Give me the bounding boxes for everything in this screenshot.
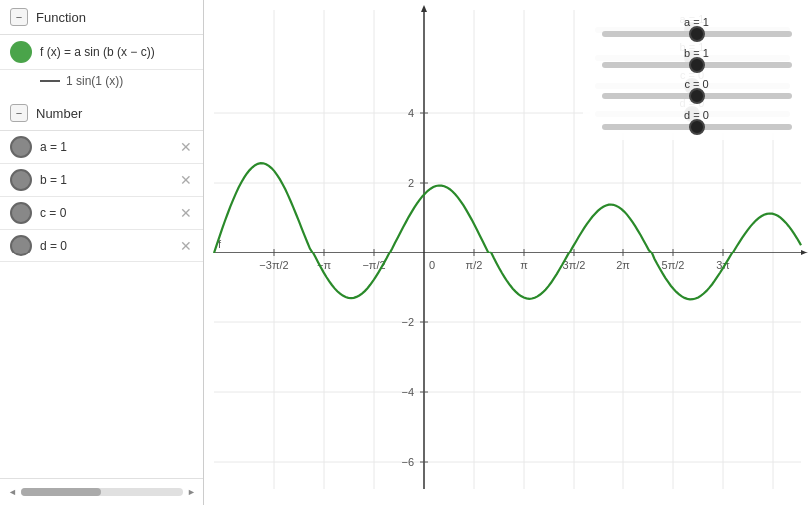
slider-d-container: d = 0 [602,109,792,130]
slider-c-thumb[interactable] [689,88,705,104]
function-collapse-btn[interactable]: − [10,8,28,26]
number-collapse-btn[interactable]: − [10,104,28,122]
number-dot-b[interactable] [10,169,32,191]
function-section-header: − Function [0,0,203,35]
line-indicator [40,80,60,82]
xlabel-0: 0 [429,259,435,271]
scroll-thumb[interactable] [21,488,101,496]
slider-b-track[interactable] [602,62,792,68]
number-label-b: b = 1 [40,173,178,187]
close-c[interactable]: ✕ [178,205,194,221]
scroll-track[interactable] [21,488,183,496]
xlabel-pi2: π/2 [466,259,483,271]
xlabel-neg3pi2: −3π/2 [259,259,288,271]
slider-c-track[interactable] [602,93,792,99]
xlabel-2pi: 2π [616,259,630,271]
ylabel-neg6: −6 [401,456,414,468]
number-item-c: c = 0 ✕ [0,197,203,230]
slider-c-container: c = 0 [602,78,792,99]
scroll-left-arrow[interactable]: ◄ [8,487,17,497]
sidebar: − Function f (x) = a sin (b (x − c)) 1 s… [0,0,204,505]
function-item: f (x) = a sin (b (x − c)) [0,35,203,70]
slider-a-container: a = 1 [602,16,792,37]
function-color-dot[interactable] [10,41,32,63]
number-item-b: b = 1 ✕ [0,164,203,197]
xlabel-5pi2: 5π/2 [662,259,685,271]
slider-b-thumb[interactable] [689,57,705,73]
close-b[interactable]: ✕ [178,172,194,188]
number-label-a: a = 1 [40,140,178,154]
number-section-header: − Number [0,96,203,131]
function-evaluated-label: 1 sin(1 (x)) [66,74,123,88]
number-item-d: d = 0 ✕ [0,230,203,262]
scroll-right-arrow[interactable]: ► [187,487,196,497]
xlabel-3pi2: 3π/2 [563,259,586,271]
number-section-label: Number [36,106,82,121]
number-dot-c[interactable] [10,202,32,224]
slider-d-track[interactable] [602,124,792,130]
slider-b-container: b = 1 [602,47,792,68]
ylabel-2: 2 [408,177,414,189]
sidebar-scrollbar: ◄ ► [0,478,203,505]
number-dot-a[interactable] [10,136,32,158]
slider-d-thumb[interactable] [689,119,705,135]
function-expression: f (x) = a sin (b (x − c)) [40,45,194,59]
close-a[interactable]: ✕ [178,139,194,155]
function-section-label: Function [36,10,86,25]
number-label-c: c = 0 [40,206,178,220]
sliders-overlay: a = 1 b = 1 c = 0 d = 0 [590,8,804,140]
ylabel-neg4: −4 [401,386,414,398]
slider-a-track[interactable] [602,31,792,37]
main-graph-area: a = 1 b = 1 c = 0 d = 0 [204,0,812,505]
slider-a-thumb[interactable] [689,26,705,42]
function-evaluated-row: 1 sin(1 (x)) [0,70,203,96]
ylabel-neg2: −2 [401,316,414,328]
ylabel-4: 4 [408,107,414,119]
close-d[interactable]: ✕ [178,238,194,253]
number-item-a: a = 1 ✕ [0,131,203,164]
number-label-d: d = 0 [40,239,178,252]
number-dot-d[interactable] [10,235,32,256]
xlabel-pi: π [520,259,528,271]
